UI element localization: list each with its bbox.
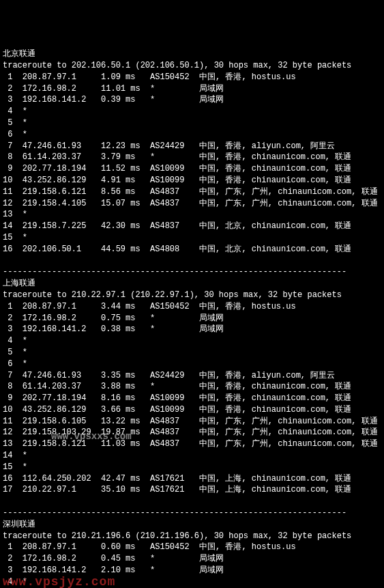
terminal-output: 北京联通 traceroute to 202.106.50.1 (202.106… [3,48,381,588]
